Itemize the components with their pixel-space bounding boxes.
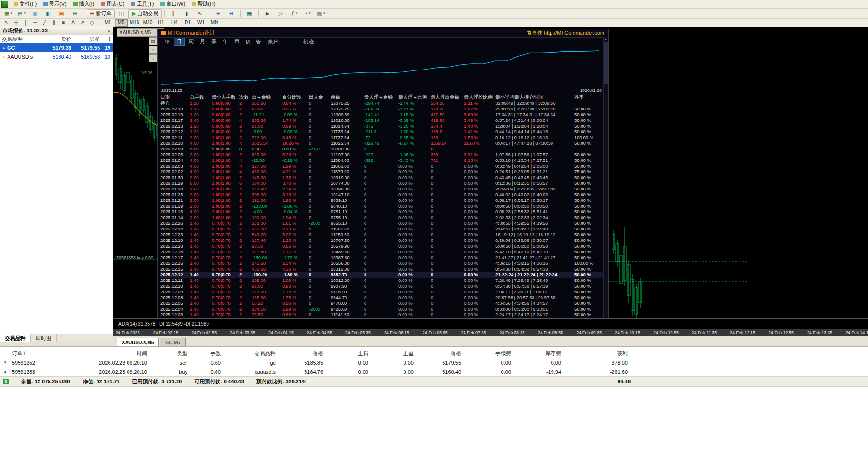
crosshair-icon[interactable]: ┼ (11, 19, 20, 26)
stats-row[interactable]: 2025.12.241.400.70|0.702251.302.23 %0115… (160, 226, 605, 232)
stats-col-header-6[interactable]: 百分比% (282, 94, 309, 100)
stats-row[interactable]: 2025.12.111.400.70|0.702105.001.06 %0100… (160, 278, 605, 283)
stats-row[interactable]: 2025.12.171.400.70|0.702-189.00-1.79 %01… (160, 255, 605, 261)
stats-row[interactable]: 2025.12.161.400.70|0.702241.502.34 %0105… (160, 261, 605, 266)
timeframe-m15[interactable]: M15 (128, 19, 141, 27)
scroll-up-icon[interactable]: ▲ (604, 37, 608, 41)
terminal-col-11[interactable]: 库存费 (514, 350, 564, 357)
stats-tab-账户[interactable]: 账户 (265, 38, 280, 45)
menu-item-2[interactable]: 显示(V) (40, 0, 69, 8)
stats-row[interactable]: 2026.02.044.001.00|1.004-22.00-0.19 %011… (160, 158, 605, 163)
data-window-icon[interactable]: ◧ (42, 9, 55, 18)
stats-tab-综[interactable]: 综 (162, 38, 172, 45)
stats-row[interactable]: 2026.01.212.001.00|1.002191.001.98 %0983… (160, 198, 605, 203)
terminal-col-3[interactable]: 类型 (150, 350, 190, 357)
arrows-icon[interactable]: ↗ (78, 19, 87, 26)
terminal-col-1[interactable]: 订单 / (10, 350, 62, 357)
stats-col-header-8[interactable]: 余额 (331, 94, 364, 100)
stats-row[interactable]: 2026.01.142.001.00|1.002100.001.04 %0975… (160, 215, 605, 220)
market-watch-col-3[interactable]: 买价 (74, 36, 102, 43)
stats-row[interactable]: 2025.12.081.400.70|0.702165.901.75 %0964… (160, 295, 605, 301)
terminal-col-8[interactable]: 止盈 (371, 350, 416, 357)
terminal-col-9[interactable]: 价格 (416, 350, 464, 357)
stats-row[interactable]: 2025.12.041.400.70|0.702184.101.99 %-200… (160, 306, 605, 312)
stats-row[interactable]: 2025.12.191.400.70|0.702127.401.20 %0107… (160, 238, 605, 243)
stats-scrollbar-thumb[interactable] (604, 42, 608, 84)
timeframe-m1[interactable]: M1 (101, 19, 114, 27)
profiles-icon[interactable]: ▤▾ (15, 9, 28, 18)
bar-chart-icon[interactable]: ∥ (167, 9, 180, 18)
stats-scrollbar[interactable]: ▲ (603, 37, 608, 319)
stats-row[interactable]: 2026.02.131.200.60|0.60281.000.69 %01181… (160, 123, 605, 129)
stats-tab-M[interactable]: M (243, 39, 252, 45)
stats-title-bar[interactable]: MTCommander统计 复盘侠 http://MTCommander.com (158, 29, 608, 38)
autotrading-button[interactable]: ▶自动交易 (128, 9, 161, 18)
new-chart-icon[interactable]: ▦▾ (2, 9, 15, 18)
terminal-col-7[interactable]: 止损 (326, 350, 371, 357)
auto-scroll-icon[interactable]: ▶ (261, 9, 274, 18)
app-icon[interactable] (1, 1, 8, 8)
stats-row[interactable]: 2025.12.261.400.70|0.702153.301.61 %-200… (160, 220, 605, 226)
stats-tab-季[interactable]: 季 (209, 38, 219, 45)
menu-item-3[interactable]: 插入(I) (70, 0, 97, 8)
timeframe-h4[interactable]: H4 (168, 19, 181, 27)
periods-icon[interactable]: ◔▾ (301, 9, 314, 18)
stats-row[interactable]: 2025.12.091.400.70|0.702172.201.79 %0981… (160, 289, 605, 295)
stats-tab-月[interactable]: 月 (197, 38, 207, 45)
stats-tab-备[interactable]: 备 (254, 38, 264, 45)
order-row-59561352[interactable]: ▼595613522026.02.23 06:20:10sell0.60gc51… (0, 358, 868, 367)
order-row-59561353[interactable]: ▲595613532026.02.23 06:20:10buy0.60xauus… (0, 367, 868, 376)
close-icon[interactable]: × (108, 28, 110, 34)
menu-item-6[interactable]: 窗口(W) (158, 0, 188, 8)
stats-tab-日[interactable]: 日 (174, 38, 185, 46)
stats-row[interactable]: 2026.02.104.001.00|1.0041025.5410.26 %01… (160, 140, 605, 146)
stats-col-header-2[interactable]: 总手数 (190, 94, 212, 100)
stats-col-header-5[interactable]: 盈亏金额 (252, 94, 282, 100)
shapes-icon[interactable]: ◇ (88, 19, 97, 26)
stats-row[interactable]: 2026.02.121.200.60|0.602-3.60-0.03 %0117… (160, 129, 605, 135)
timeframe-m5[interactable]: M5 (115, 19, 128, 27)
metaeditor-icon[interactable]: ◫ (115, 9, 128, 18)
stats-row[interactable]: 持仓1.200.60|0.602101.860.84 %012075.25-29… (160, 100, 605, 106)
stats-row[interactable]: 2026.02.034.001.00|1.004227.001.99 %0116… (160, 163, 605, 169)
stats-row[interactable]: 2026.02.172.400.60|0.604205.661.74 %0120… (160, 118, 605, 123)
stats-row[interactable]: 2025.12.051.400.70|0.70253.200.56 %09478… (160, 301, 605, 306)
market-row-gc[interactable]: ▲GC5179.365179.5519 (0, 43, 113, 52)
stats-row[interactable]: 2026.02.080.000.00|0.0000.000.00 %-21971… (160, 146, 605, 152)
market-watch-col-4[interactable]: ! (102, 36, 113, 42)
candlestick-icon[interactable]: ▮ (180, 9, 193, 18)
stats-row[interactable]: 2025.12.181.400.70|0.70290.300.86 %01057… (160, 243, 605, 249)
channel-icon[interactable]: ∥ (49, 19, 59, 26)
menu-item-5[interactable]: 工具(T) (128, 0, 157, 8)
market-watch-tab-2[interactable]: 即时图 (31, 334, 57, 342)
stats-row[interactable]: 2026.02.112.001.00|1.002712.006.46 %0117… (160, 135, 605, 140)
terminal-col-12[interactable]: 获利 (564, 350, 631, 357)
timeframe-m30[interactable]: M30 (141, 19, 154, 27)
stats-col-header-9[interactable]: 最大浮亏金额 (364, 94, 398, 100)
cursor-icon[interactable]: ↖ (2, 19, 11, 26)
tile-windows-icon[interactable]: ▦ (243, 9, 256, 18)
stats-site-link[interactable]: 复盘侠 http://MTCommander.com (527, 30, 604, 37)
terminal-icon[interactable]: ⊞ (69, 9, 81, 18)
zoom-in-icon[interactable]: ⊕ (212, 9, 225, 18)
market-watch-tab-1[interactable]: 交易品种 (0, 334, 31, 342)
chart-shift-icon[interactable]: ▷ (275, 9, 287, 18)
stats-col-header-10[interactable]: 最大浮亏比例 (398, 94, 431, 100)
timeframe-mn[interactable]: MN (208, 19, 221, 27)
stats-row[interactable]: 2025.12.121.400.70|0.702-130.20-1.30 %09… (160, 272, 605, 278)
stats-tab-年[interactable]: 年 (220, 38, 230, 45)
timeframe-d1[interactable]: D1 (181, 19, 194, 27)
stats-row[interactable]: 2026.01.302.001.00|1.002145.001.35 %0109… (160, 175, 605, 180)
stats-tab-币[interactable]: 币 (232, 38, 242, 45)
chart-tab-1[interactable]: XAUUSD.s,M5 (117, 338, 159, 347)
terminal-col-2[interactable]: 时间 (62, 350, 150, 357)
stats-col-header-14[interactable]: 胜率 (574, 94, 603, 100)
new-order-button[interactable]: ⊕新订单 (87, 9, 115, 18)
horizontal-line-icon[interactable]: ─ (30, 19, 39, 26)
indicators-icon[interactable]: ƒ▾ (288, 9, 301, 18)
stats-col-header-11[interactable]: 最大浮盈金额 (431, 94, 464, 100)
stats-row[interactable]: 2025.12.031.400.70|0.70273.500.66 %01124… (160, 312, 605, 318)
menu-item-7[interactable]: 帮助(H) (189, 0, 218, 8)
menu-item-4[interactable]: 图表(C) (98, 0, 127, 8)
vertical-line-icon[interactable]: │ (21, 19, 30, 26)
